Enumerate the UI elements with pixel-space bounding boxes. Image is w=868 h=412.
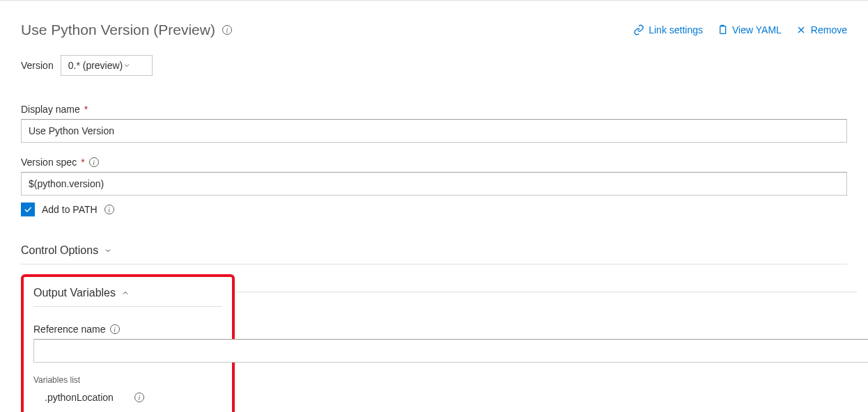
variable-name: .pythonLocation [45,392,114,403]
add-to-path-row: Add to PATH i [21,203,847,216]
view-yaml-label: View YAML [732,24,782,35]
version-spec-input[interactable] [21,172,847,196]
info-icon[interactable]: i [104,205,114,214]
required-marker: * [81,157,84,168]
remove-button[interactable]: Remove [796,24,847,35]
display-name-input[interactable] [21,119,847,143]
info-icon[interactable]: i [134,393,144,402]
version-row: Version 0.* (preview) [21,55,847,76]
check-icon [23,205,33,214]
chevron-down-icon [104,246,112,255]
control-options-label: Control Options [21,244,98,257]
link-settings-label: Link settings [649,24,703,35]
version-spec-label-row: Version spec * i [21,157,847,168]
chevron-down-icon [123,61,131,70]
info-icon[interactable]: i [110,324,120,334]
variable-item: .pythonLocation i [33,392,222,403]
reference-name-label: Reference name [33,324,106,335]
version-dropdown[interactable]: 0.* (preview) [61,55,153,76]
info-icon[interactable]: i [222,25,232,35]
reference-name-label-row: Reference name i [33,324,222,335]
variables-list-label: Variables list [33,375,222,385]
output-variables-label: Output Variables [33,287,116,299]
info-icon[interactable]: i [89,157,99,167]
chevron-up-icon [121,289,130,297]
header-actions: Link settings View YAML Remove [633,24,847,35]
control-options-section[interactable]: Control Options [21,237,847,264]
svg-rect-0 [720,26,726,34]
output-variables-wrapper: Output Variables Reference name i Variab… [21,274,857,412]
add-to-path-checkbox[interactable] [21,203,35,216]
version-selected: 0.* (preview) [68,60,123,71]
version-spec-label: Version spec [21,157,77,168]
link-settings-button[interactable]: Link settings [633,24,703,35]
close-icon [796,24,807,35]
section-divider [233,292,857,292]
reference-name-input[interactable] [33,339,868,363]
display-name-label-row: Display name * [21,104,847,115]
link-icon [633,24,644,35]
required-marker: * [84,104,88,115]
display-name-field: Display name * [21,104,847,143]
output-variables-highlight: Output Variables Reference name i Variab… [21,274,235,412]
display-name-label: Display name [21,104,80,115]
page-title: Use Python Version (Preview) i [21,22,232,38]
remove-label: Remove [811,24,847,35]
reference-name-input-wrap [33,339,222,363]
task-config-panel: Use Python Version (Preview) i Link sett… [0,0,868,412]
title-text: Use Python Version (Preview) [21,22,215,38]
output-variables-section[interactable]: Output Variables [33,287,222,307]
add-to-path-label: Add to PATH [42,204,98,215]
header-row: Use Python Version (Preview) i Link sett… [21,22,847,38]
view-yaml-button[interactable]: View YAML [717,24,782,35]
version-spec-field: Version spec * i Add to PATH i [21,157,847,216]
version-label: Version [21,60,54,71]
clipboard-icon [717,24,728,35]
